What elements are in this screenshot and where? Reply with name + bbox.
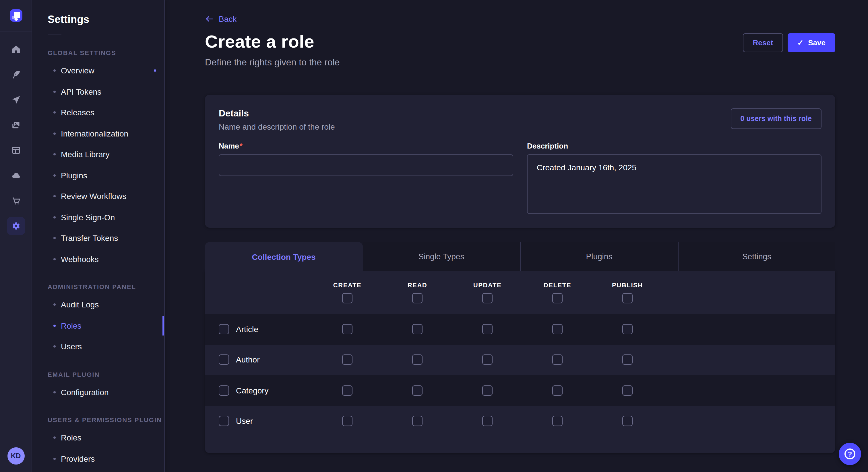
cart-icon[interactable] [0,188,32,213]
permissions-section: Collection Types Single Types Plugins Se… [205,242,835,453]
article-update-checkbox[interactable] [482,324,493,334]
bullet-icon [53,458,56,460]
bullet-icon [53,391,56,394]
row-label: Author [236,355,260,365]
sidebar-item-overview[interactable]: Overview [32,60,164,81]
sidebar-item-single-sign-on[interactable]: Single Sign-On [32,207,164,228]
tab-single-types[interactable]: Single Types [363,242,520,271]
details-title: Details [219,108,335,119]
table-row-article: Article [205,314,835,344]
section-label-email-plugin: EMAIL PLUGIN [32,371,164,378]
category-update-checkbox[interactable] [482,385,493,396]
nav-section-global: Overview API Tokens Releases Internation… [32,60,164,270]
user-select-checkbox[interactable] [219,416,229,427]
arrow-left-icon [205,14,214,24]
author-create-checkbox[interactable] [342,355,352,365]
user-delete-checkbox[interactable] [552,416,563,427]
article-read-checkbox[interactable] [412,324,423,334]
divider [0,32,32,32]
select-all-update-checkbox[interactable] [482,293,493,303]
sidebar-item-internationalization[interactable]: Internationalization [32,123,164,144]
cloud-icon[interactable] [0,163,32,188]
sidebar-item-roles-up[interactable]: Roles [32,427,164,448]
images-icon[interactable] [0,112,32,138]
send-icon[interactable] [0,87,32,112]
divider [48,34,61,34]
details-card-header: Details Name and description of the role… [219,108,822,131]
header-spacer [662,271,835,314]
name-field-group: Name* [219,142,513,214]
article-select-checkbox[interactable] [219,324,229,334]
tab-plugins[interactable]: Plugins [520,242,678,271]
avatar[interactable]: KD [7,447,24,465]
bullet-icon [53,437,56,439]
description-field-group: Description Created January 16th, 2025 [527,142,822,214]
user-publish-checkbox[interactable] [622,416,632,427]
name-label: Name* [219,142,513,150]
page-header: Create a role Define the rights given to… [205,32,835,68]
feather-icon[interactable] [0,62,32,87]
sidebar-item-transfer-tokens[interactable]: Transfer Tokens [32,228,164,248]
back-link[interactable]: Back [219,14,237,24]
sidebar-item-users[interactable]: Users [32,336,164,357]
sidebar-item-plugins[interactable]: Plugins [32,165,164,186]
bullet-icon [53,304,56,306]
article-publish-checkbox[interactable] [622,324,632,334]
category-select-checkbox[interactable] [219,385,229,396]
home-icon[interactable] [0,37,32,62]
required-asterisk: * [240,142,243,150]
section-label-administration-panel: ADMINISTRATION PANEL [32,283,164,290]
select-all-publish-checkbox[interactable] [622,293,632,303]
author-update-checkbox[interactable] [482,355,493,365]
sidebar-item-releases[interactable]: Releases [32,102,164,123]
author-read-checkbox[interactable] [412,355,423,365]
column-delete: DELETE [522,271,592,314]
user-update-checkbox[interactable] [482,416,493,427]
bullet-icon [53,111,56,114]
section-label-global-settings: GLOBAL SETTINGS [32,49,164,56]
sidebar-item-audit-logs[interactable]: Audit Logs [32,294,164,315]
bullet-icon [53,345,56,348]
details-card: Details Name and description of the role… [205,95,835,228]
column-label-publish: PUBLISH [612,281,643,289]
back-button[interactable]: Back [205,14,237,24]
users-with-role-button[interactable]: 0 users with this role [731,108,822,129]
save-button-label: Save [808,38,826,47]
category-delete-checkbox[interactable] [552,385,563,396]
sidebar-item-media-library[interactable]: Media Library [32,144,164,165]
category-publish-checkbox[interactable] [622,385,632,396]
user-read-checkbox[interactable] [412,416,423,427]
sidebar-item-api-tokens[interactable]: API Tokens [32,81,164,102]
avatar-initials: KD [11,452,21,460]
tab-collection-types[interactable]: Collection Types [205,242,363,271]
help-button[interactable]: ? [839,443,861,465]
select-all-delete-checkbox[interactable] [552,293,563,303]
article-delete-checkbox[interactable] [552,324,563,334]
sidebar-item-providers[interactable]: Providers [32,448,164,469]
bullet-icon [53,258,56,260]
category-create-checkbox[interactable] [342,385,352,396]
select-all-create-checkbox[interactable] [342,293,352,303]
select-all-read-checkbox[interactable] [412,293,423,303]
description-textarea[interactable]: Created January 16th, 2025 [527,154,822,214]
tab-settings[interactable]: Settings [678,242,835,271]
subnav-title: Settings [32,0,164,26]
category-read-checkbox[interactable] [412,385,423,396]
page-title: Create a role [205,32,340,52]
article-create-checkbox[interactable] [342,324,352,334]
sidebar-item-webhooks[interactable]: Webhooks [32,248,164,270]
user-create-checkbox[interactable] [342,416,352,427]
author-publish-checkbox[interactable] [622,355,632,365]
author-delete-checkbox[interactable] [552,355,563,365]
reset-button[interactable]: Reset [743,33,783,52]
column-create: CREATE [312,271,382,314]
layout-icon[interactable] [0,138,32,163]
save-button[interactable]: ✓ Save [787,33,835,52]
sidebar-item-configuration[interactable]: Configuration [32,382,164,403]
author-select-checkbox[interactable] [219,355,229,365]
sidebar-item-review-workflows[interactable]: Review Workflows [32,186,164,207]
gear-icon[interactable] [0,213,32,239]
name-input[interactable] [219,154,513,176]
sidebar-item-roles-admin[interactable]: Roles [32,315,164,336]
strapi-logo[interactable] [9,9,22,22]
